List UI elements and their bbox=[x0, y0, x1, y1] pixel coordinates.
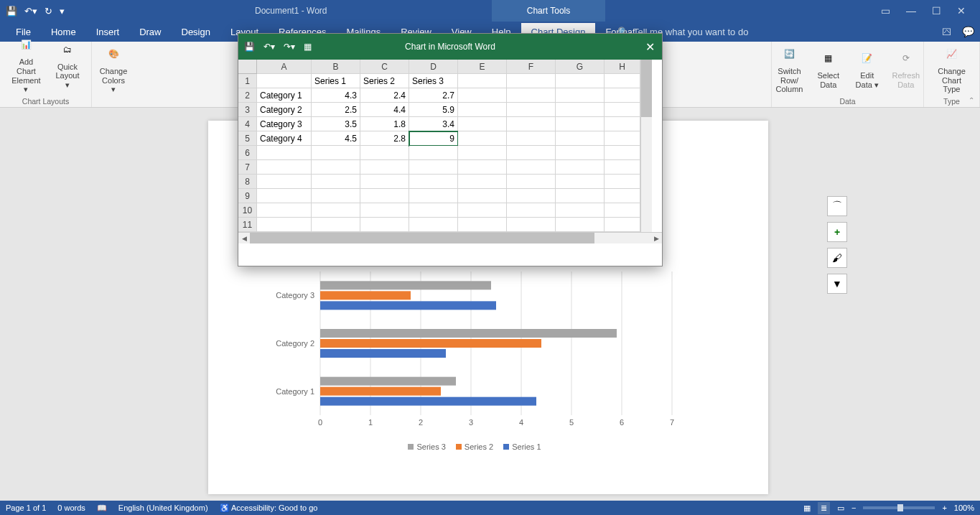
chart-styles-icon[interactable]: 🖌 bbox=[827, 248, 847, 268]
accessibility-status[interactable]: ♿ Accessibility: Good to go bbox=[220, 504, 318, 513]
cell-B6[interactable] bbox=[312, 146, 360, 160]
save-icon[interactable]: 💾 bbox=[6, 6, 17, 17]
cell-F3[interactable] bbox=[507, 103, 556, 117]
cell-A10[interactable] bbox=[257, 203, 312, 218]
spellcheck-icon[interactable]: 📖 bbox=[97, 504, 107, 513]
cell-E9[interactable] bbox=[458, 189, 507, 203]
spreadsheet-grid[interactable]: 1234567891011ACategory 1Category 2Catego… bbox=[238, 60, 662, 232]
cell-D8[interactable] bbox=[409, 175, 458, 189]
comments-icon[interactable]: 💬 bbox=[962, 26, 974, 37]
read-mode-icon[interactable]: ▦ bbox=[803, 504, 811, 513]
web-layout-icon[interactable]: ▭ bbox=[837, 504, 844, 513]
cell-B11[interactable] bbox=[312, 218, 360, 232]
cell-A3[interactable]: Category 2 bbox=[257, 103, 312, 117]
cell-F8[interactable] bbox=[507, 175, 556, 189]
cell-G5[interactable] bbox=[556, 131, 605, 146]
chart-elements-icon[interactable]: + bbox=[827, 222, 847, 242]
cell-B8[interactable] bbox=[312, 175, 360, 189]
cell-D11[interactable] bbox=[409, 218, 458, 232]
cell-C11[interactable] bbox=[360, 218, 409, 232]
cell-D7[interactable] bbox=[409, 160, 458, 175]
cell-F11[interactable] bbox=[507, 218, 556, 232]
cell-F4[interactable] bbox=[507, 117, 556, 131]
cell-E8[interactable] bbox=[458, 175, 507, 189]
cell-E3[interactable] bbox=[458, 103, 507, 117]
cell-C10[interactable] bbox=[360, 203, 409, 218]
cell-D1[interactable]: Series 3 bbox=[409, 74, 458, 88]
cell-H2[interactable] bbox=[605, 88, 640, 103]
zoom-out-icon[interactable]: − bbox=[851, 504, 856, 512]
cell-A5[interactable]: Category 4 bbox=[257, 131, 312, 146]
cell-H11[interactable] bbox=[605, 218, 640, 232]
cell-B2[interactable]: 4.3 bbox=[312, 88, 360, 103]
cell-C1[interactable]: Series 2 bbox=[360, 74, 409, 88]
cell-B4[interactable]: 3.5 bbox=[312, 117, 360, 131]
cell-G9[interactable] bbox=[556, 189, 605, 203]
cell-D6[interactable] bbox=[409, 146, 458, 160]
cell-B9[interactable] bbox=[312, 189, 360, 203]
cell-E6[interactable] bbox=[458, 146, 507, 160]
close-icon[interactable]: ✕ bbox=[957, 5, 966, 17]
horizontal-scrollbar[interactable]: ◀ ▶ bbox=[238, 232, 662, 243]
cell-B5[interactable]: 4.5 bbox=[312, 131, 360, 146]
cell-G8[interactable] bbox=[556, 175, 605, 189]
zoom-level[interactable]: 100% bbox=[954, 504, 974, 512]
cell-H5[interactable] bbox=[605, 131, 640, 146]
cell-C8[interactable] bbox=[360, 175, 409, 189]
chart-object[interactable]: 01234567Category 3Category 2Category 1 S… bbox=[270, 272, 679, 451]
cell-G7[interactable] bbox=[556, 160, 605, 175]
excel-close-icon[interactable]: ✕ bbox=[645, 40, 655, 54]
cell-F9[interactable] bbox=[507, 189, 556, 203]
switch-row-col-button[interactable]: 🔄Switch Row/ Column bbox=[771, 41, 808, 96]
cell-B3[interactable]: 2.5 bbox=[312, 103, 360, 117]
cell-C9[interactable] bbox=[360, 189, 409, 203]
cell-G10[interactable] bbox=[556, 203, 605, 218]
ribbon-options-icon[interactable]: ▭ bbox=[881, 5, 890, 17]
scroll-right-icon[interactable]: ▶ bbox=[650, 233, 662, 243]
cell-G11[interactable] bbox=[556, 218, 605, 232]
cell-D10[interactable] bbox=[409, 203, 458, 218]
cell-D2[interactable]: 2.7 bbox=[409, 88, 458, 103]
cell-F6[interactable] bbox=[507, 146, 556, 160]
minimize-icon[interactable]: ― bbox=[906, 5, 916, 17]
cell-G6[interactable] bbox=[556, 146, 605, 160]
insert-tab[interactable]: Insert bbox=[86, 23, 130, 41]
cell-B1[interactable]: Series 1 bbox=[312, 74, 360, 88]
chart-filters-icon[interactable]: ▼ bbox=[827, 274, 847, 294]
cell-A9[interactable] bbox=[257, 189, 312, 203]
cell-E4[interactable] bbox=[458, 117, 507, 131]
cell-E11[interactable] bbox=[458, 218, 507, 232]
print-layout-icon[interactable]: ≣ bbox=[818, 502, 830, 514]
cell-C5[interactable]: 2.8 bbox=[360, 131, 409, 146]
cell-F5[interactable] bbox=[507, 131, 556, 146]
cell-F1[interactable] bbox=[507, 74, 556, 88]
cell-A11[interactable] bbox=[257, 218, 312, 232]
add-chart-element-button[interactable]: 📊Add Chart Element ▾ bbox=[6, 32, 47, 96]
draw-tab[interactable]: Draw bbox=[129, 23, 171, 41]
cell-H4[interactable] bbox=[605, 117, 640, 131]
cell-H3[interactable] bbox=[605, 103, 640, 117]
design-tab[interactable]: Design bbox=[172, 23, 220, 41]
select-data-button[interactable]: ▦Select Data bbox=[811, 45, 846, 91]
cell-G4[interactable] bbox=[556, 117, 605, 131]
cell-D5[interactable]: 9 bbox=[409, 131, 458, 146]
maximize-icon[interactable]: ☐ bbox=[932, 5, 941, 17]
cell-C4[interactable]: 1.8 bbox=[360, 117, 409, 131]
cell-H6[interactable] bbox=[605, 146, 640, 160]
qat-customize-icon[interactable]: ▾ bbox=[60, 6, 65, 17]
cell-D3[interactable]: 5.9 bbox=[409, 103, 458, 117]
redo-icon[interactable]: ↻ bbox=[45, 6, 52, 17]
collapse-ribbon-icon[interactable]: ⌃ bbox=[969, 96, 974, 104]
cell-E2[interactable] bbox=[458, 88, 507, 103]
cell-E1[interactable] bbox=[458, 74, 507, 88]
cell-A4[interactable]: Category 3 bbox=[257, 117, 312, 131]
cell-A1[interactable] bbox=[257, 74, 312, 88]
cell-F7[interactable] bbox=[507, 160, 556, 175]
cell-B7[interactable] bbox=[312, 160, 360, 175]
quick-layout-button[interactable]: 🗂Quick Layout ▾ bbox=[50, 37, 85, 91]
cell-A7[interactable] bbox=[257, 160, 312, 175]
page-indicator[interactable]: Page 1 of 1 bbox=[6, 504, 46, 512]
cell-A8[interactable] bbox=[257, 175, 312, 189]
cell-E7[interactable] bbox=[458, 160, 507, 175]
layout-options-icon[interactable]: ⌒ bbox=[827, 196, 847, 216]
